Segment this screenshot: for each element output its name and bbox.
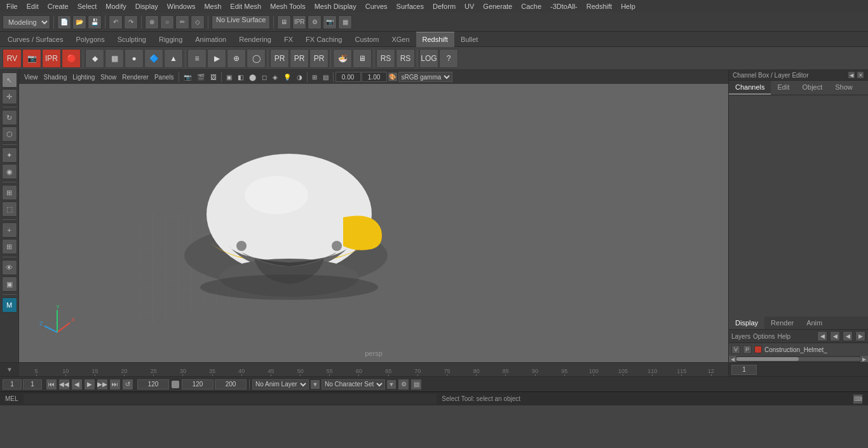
shelf-btn-1[interactable]: RV [3, 49, 22, 68]
vp-light[interactable]: 💡 [281, 73, 294, 81]
new-scene-button[interactable]: 📄 [57, 15, 71, 29]
vp-view-menu[interactable]: View [22, 73, 41, 81]
shelf-btn-5[interactable]: ◆ [85, 49, 104, 68]
vp-grid[interactable]: ⊞ [309, 73, 320, 81]
vp-hud[interactable]: ▤ [320, 73, 331, 81]
menu-cache[interactable]: Cache [517, 1, 545, 11]
snap-toggle[interactable]: ◇ [191, 15, 205, 29]
shelf-btn-rs2[interactable]: RS [396, 49, 415, 68]
shelf-btn-2[interactable]: 📷 [22, 49, 41, 68]
render-btn[interactable]: 🖥 [277, 15, 291, 29]
shelf-btn-pr3[interactable]: PR [309, 49, 329, 68]
status-icon1[interactable]: ⌨ [853, 394, 863, 404]
script-input-area[interactable] [24, 394, 437, 404]
snap-to-curve[interactable]: ⊞ [2, 239, 17, 254]
paint-select-button[interactable]: ✏ [175, 15, 189, 29]
save-scene-button[interactable]: 💾 [88, 15, 102, 29]
char-set-options[interactable]: ▼ [386, 379, 397, 390]
undo-button[interactable]: ↶ [109, 15, 123, 29]
layer-scroll-left[interactable]: ◀ [729, 356, 736, 362]
vp-wireframe[interactable]: ◻ [259, 73, 269, 81]
menu-display[interactable]: Display [132, 1, 162, 11]
viewport-canvas[interactable]: X Y Z persp [19, 84, 728, 362]
layer-color-swatch[interactable] [754, 346, 762, 353]
workspace-selector[interactable]: Modeling [3, 15, 50, 29]
menu-edit[interactable]: Edit [23, 1, 43, 11]
move-tool[interactable]: ✛ [2, 89, 17, 104]
redo-button[interactable]: ↷ [124, 15, 138, 29]
pb-step-fwd[interactable]: ▶▶ [97, 379, 108, 390]
layer-playback-btn[interactable]: P [743, 345, 752, 354]
layer-visibility-btn[interactable]: V [731, 345, 740, 354]
pb-step-back[interactable]: ◀ [71, 379, 83, 390]
tab-animation[interactable]: Animation [189, 32, 233, 47]
universal-manip[interactable]: ✦ [2, 147, 17, 163]
menu-edit-mesh[interactable]: Edit Mesh [226, 1, 265, 11]
shelf-btn-render2[interactable]: 🖥 [353, 49, 372, 68]
no-live-surface-btn[interactable]: No Live Surface [212, 15, 270, 29]
menu-windows[interactable]: Windows [163, 1, 200, 11]
rotate-tool[interactable]: ↻ [2, 110, 17, 125]
vp-xray[interactable]: ◈ [270, 73, 280, 81]
layer-opt-btn4[interactable]: ▶ [855, 331, 865, 341]
renderer-view[interactable]: ▣ [2, 276, 17, 292]
tab-redshift[interactable]: Redshift [416, 32, 454, 47]
current-frame-input[interactable] [731, 365, 757, 375]
open-scene-button[interactable]: 📂 [72, 15, 86, 29]
shelf-btn-13[interactable]: ◯ [247, 49, 266, 68]
timeline-ruler[interactable]: 5 10 15 20 25 30 35 40 45 50 55 60 65 70… [19, 363, 728, 377]
character-set-selector[interactable]: No Character Set [322, 379, 385, 390]
layer-row[interactable]: V P Construction_Helmet_ [729, 343, 868, 356]
tab-sculpting[interactable]: Sculpting [111, 32, 153, 47]
layer-opt-btn2[interactable]: ◀ [830, 331, 840, 341]
pb-loop[interactable]: ↺ [122, 379, 133, 390]
tab-polygons[interactable]: Polygons [69, 32, 111, 47]
shelf-btn-rs1[interactable]: RS [376, 49, 395, 68]
shelf-btn-7[interactable]: ● [125, 49, 144, 68]
ly-tab-render[interactable]: Render [764, 316, 800, 329]
menu-uv[interactable]: UV [461, 1, 478, 11]
tab-rendering[interactable]: Rendering [233, 32, 278, 47]
menu-curves[interactable]: Curves [362, 1, 391, 11]
ly-tab-anim[interactable]: Anim [800, 316, 829, 329]
menu-file[interactable]: File [3, 1, 22, 11]
snap-to-grid[interactable]: + [2, 222, 17, 238]
vp-shadow[interactable]: ◑ [294, 73, 305, 81]
panel-pin[interactable]: ◀ [848, 71, 855, 79]
panel-close[interactable]: ✕ [857, 71, 864, 79]
layer-opt-btn3[interactable]: ◀ [843, 331, 853, 341]
vp-image-btn[interactable]: 🖼 [208, 73, 219, 81]
soft-mod[interactable]: ◉ [2, 164, 17, 179]
pb-range-max[interactable] [215, 379, 247, 390]
shelf-btn-9[interactable]: ▲ [164, 49, 183, 68]
marquee-select[interactable]: ⬚ [2, 201, 17, 217]
show-hide[interactable]: 👁 [2, 260, 17, 275]
shelf-btn-10[interactable]: ≡ [187, 49, 207, 68]
vp-obj-mask[interactable]: ▣ [224, 73, 234, 81]
tab-fx-caching[interactable]: FX Caching [299, 32, 348, 47]
pb-go-start[interactable]: ⏮ [46, 379, 57, 390]
pb-start-frame[interactable] [3, 379, 22, 390]
tab-rigging[interactable]: Rigging [153, 32, 189, 47]
scripting-language[interactable]: MEL [5, 395, 18, 402]
render-cam-btn[interactable]: 📷 [323, 15, 337, 29]
shelf-btn-pr1[interactable]: PR [270, 49, 289, 68]
render-settings-btn[interactable]: ⚙ [308, 15, 322, 29]
select-button[interactable]: ⊕ [145, 15, 159, 29]
tab-bullet[interactable]: Bullet [454, 32, 485, 47]
layer-scrollbar[interactable]: ◀ ▶ [729, 356, 868, 362]
last-tool[interactable]: ⊞ [2, 185, 17, 200]
shelf-btn-4[interactable]: 🔴 [62, 49, 81, 68]
vp-shading-menu[interactable]: Shading [41, 73, 70, 81]
pb-play[interactable]: ▶ [84, 379, 95, 390]
menu-modify[interactable]: Modify [102, 1, 130, 11]
menu-3dtoall[interactable]: -3DtoAll- [546, 1, 581, 11]
shelf-btn-12[interactable]: ⊕ [227, 49, 246, 68]
viewport[interactable]: View Shading Lighting Show Renderer Pane… [19, 70, 728, 362]
vp-color-btn[interactable]: 🎨 [388, 72, 398, 82]
tab-xgen[interactable]: XGen [385, 32, 416, 47]
menu-create[interactable]: Create [44, 1, 72, 11]
ipr-btn[interactable]: IPR [292, 15, 306, 29]
select-tool[interactable]: ↖ [2, 72, 17, 88]
ly-tab-display[interactable]: Display [729, 316, 764, 329]
